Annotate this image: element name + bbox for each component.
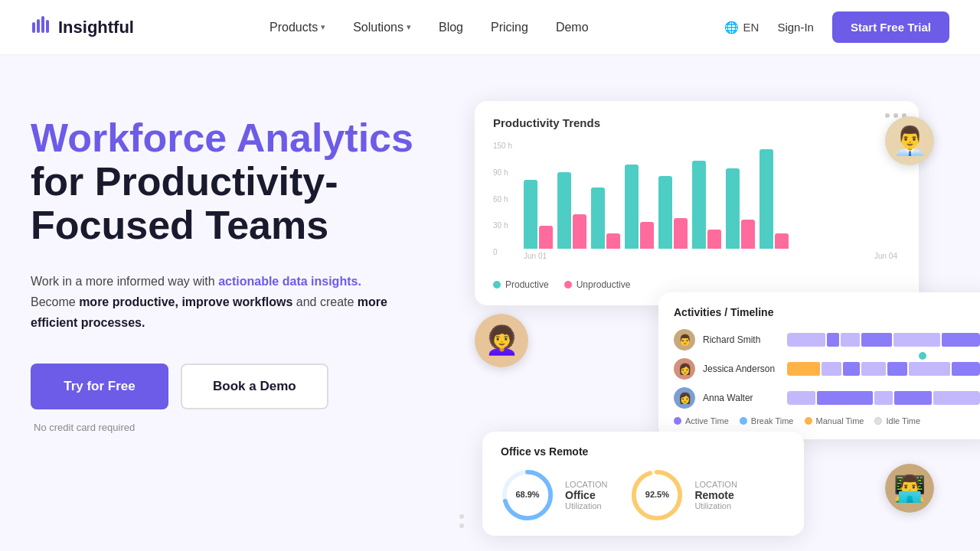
activity-row-jessica: 👩 Jessica Anderson [674, 358, 980, 380]
activities-timeline-card: Activities / Timeline 👨 Richard Smith [658, 292, 980, 439]
avatar-headphones-woman: 👩‍🦱 [475, 314, 528, 367]
remote-sub: Utilization [694, 501, 737, 510]
avatar-jessica: 👩 [674, 358, 695, 380]
language-selector[interactable]: 🌐 EN [724, 21, 760, 34]
person-name-anna: Anna Walter [703, 393, 779, 403]
office-name: Office [565, 489, 607, 501]
globe-icon: 🌐 [724, 21, 739, 34]
logo-text: Insightful [58, 18, 134, 37]
timeline-bar-richard [787, 333, 980, 347]
logo[interactable]: Insightful [31, 15, 134, 41]
navigation: Insightful Products ▾ Solutions ▾ Blog P… [0, 0, 980, 55]
teal-dot [919, 352, 926, 360]
remote-pct: 92.5% [645, 490, 669, 500]
chart-legend: Productive Unproductive [493, 279, 900, 290]
unproductive-bar [539, 226, 553, 249]
remote-label: LOCATION [694, 480, 737, 489]
chevron-down-icon: ▾ [407, 22, 411, 32]
office-donut: 68.9% [501, 468, 554, 522]
legend-active-time: Active Time [674, 416, 729, 425]
nav-demo[interactable]: Demo [556, 21, 589, 34]
productive-dot [493, 281, 501, 289]
hero-buttons: Try for Free Book a Demo [31, 364, 475, 409]
book-demo-button[interactable]: Book a Demo [181, 364, 328, 409]
hero-section: Workforce Analytics for Productivity- Fo… [0, 55, 980, 551]
hero-text: Workforce Analytics for Productivity- Fo… [31, 101, 475, 433]
office-label: LOCATION [565, 480, 607, 489]
person-name-richard: Richard Smith [703, 334, 779, 345]
activity-row-anna: 👩 Anna Walter [674, 387, 980, 409]
y-axis-label: 60 h [493, 195, 521, 204]
office-vs-remote-card: Office vs Remote 68.9% LOCATION [482, 432, 804, 536]
avatar-glasses-man: 👨‍💻 [885, 464, 934, 513]
svg-rect-3 [46, 20, 49, 33]
legend-unproductive: Unproductive [564, 279, 631, 290]
bar-group [557, 172, 586, 249]
no-credit-text: No credit card required [34, 422, 475, 433]
bar-group [658, 176, 688, 249]
try-for-free-button[interactable]: Try for Free [31, 364, 168, 409]
svg-rect-1 [37, 19, 40, 33]
avatar-anna: 👩 [674, 387, 695, 409]
bar-group [760, 149, 789, 249]
bar-group [726, 168, 755, 249]
legend-idle-time: Idle Time [874, 416, 920, 425]
x-axis-label: Jun 01 [524, 252, 547, 260]
chevron-down-icon: ▾ [321, 22, 325, 32]
y-axis-label: 0 [493, 248, 521, 256]
y-axis-label: 150 h [493, 142, 521, 150]
office-pct: 68.9% [515, 490, 539, 500]
y-axis-label: 90 h [493, 168, 521, 177]
x-axis-label: Jun 04 [874, 252, 897, 260]
hero-title: Workforce Analytics for Productivity- Fo… [31, 116, 475, 248]
productive-bar [524, 180, 537, 249]
bar-group [591, 187, 620, 249]
activity-legend: Active Time Break Time Manual Time Idle … [674, 416, 980, 425]
unproductive-dot [564, 281, 572, 289]
y-axis-label: 30 h [493, 221, 521, 230]
nav-products[interactable]: Products ▾ [270, 21, 325, 34]
avatar-headset-man: 👨‍💼 [885, 116, 934, 165]
remote-donut: 92.5% [630, 468, 684, 522]
legend-productive: Productive [493, 279, 549, 290]
logo-icon [31, 15, 52, 41]
avatar-richard: 👨 [674, 329, 695, 350]
activities-card-title: Activities / Timeline [674, 306, 980, 318]
bar-group [625, 165, 654, 249]
nav-links: Products ▾ Solutions ▾ Blog Pricing Demo [270, 21, 589, 34]
start-free-trial-button[interactable]: Start Free Trial [832, 11, 949, 43]
bar-group [524, 180, 553, 249]
hero-description: Work in a more informed way with actiona… [31, 271, 413, 334]
remote-stats: 68.9% LOCATION Office Utilization [501, 468, 786, 522]
bar-group [692, 161, 721, 249]
productivity-trends-card: Productivity Trends 150 h 90 h 60 h 30 h… [475, 101, 919, 305]
dashboard-visuals: Productivity Trends 150 h 90 h 60 h 30 h… [475, 101, 949, 551]
remote-card-title: Office vs Remote [501, 445, 786, 458]
nav-blog[interactable]: Blog [439, 21, 463, 34]
productivity-card-title: Productivity Trends [493, 116, 900, 129]
activity-row-richard: 👨 Richard Smith [674, 329, 980, 350]
sign-in-link[interactable]: Sign-In [777, 21, 814, 34]
svg-rect-2 [41, 16, 44, 33]
timeline-bar-anna [787, 391, 980, 405]
svg-rect-0 [32, 22, 35, 33]
nav-pricing[interactable]: Pricing [491, 21, 528, 34]
legend-break-time: Break Time [740, 416, 794, 425]
office-stat: 68.9% LOCATION Office Utilization [501, 468, 607, 522]
nav-solutions[interactable]: Solutions ▾ [353, 21, 411, 34]
nav-right: 🌐 EN Sign-In Start Free Trial [724, 11, 949, 43]
remote-name: Remote [694, 489, 737, 501]
person-name-jessica: Jessica Anderson [703, 364, 779, 374]
office-sub: Utilization [565, 501, 607, 510]
decorative-dots-left [459, 514, 464, 528]
remote-stat: 92.5% LOCATION Remote Utilization [630, 468, 737, 522]
timeline-bar-jessica [787, 362, 980, 376]
legend-manual-time: Manual Time [805, 416, 864, 425]
